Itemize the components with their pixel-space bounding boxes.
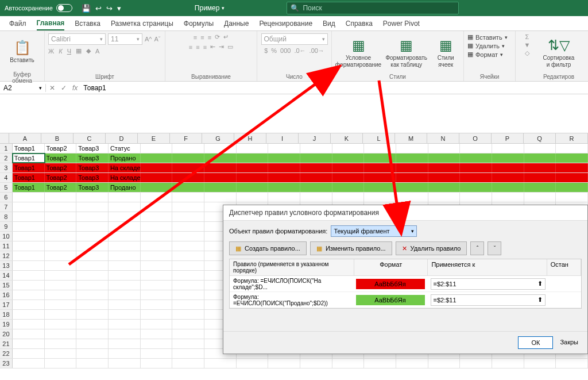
cell-O6[interactable] <box>460 193 492 202</box>
cell-F21[interactable] <box>172 339 204 348</box>
row-header-18[interactable]: 18 <box>0 310 13 319</box>
decrease-font-icon[interactable]: Aˇ <box>154 33 161 45</box>
cell-D3[interactable]: На складе <box>109 163 141 172</box>
cell-K2[interactable] <box>332 153 365 163</box>
cell-styles-button[interactable]: ▦ Стили ячеек <box>431 34 460 71</box>
cell-H2[interactable] <box>237 153 269 163</box>
cell-F22[interactable] <box>172 349 204 358</box>
cell-D13[interactable] <box>109 261 141 270</box>
cell-F3[interactable] <box>172 163 204 172</box>
cell-D1[interactable]: Статус <box>109 144 141 153</box>
bold-button[interactable]: Ж <box>48 47 54 55</box>
cell-K23[interactable] <box>332 359 365 368</box>
row-header-9[interactable]: 9 <box>0 222 13 231</box>
cell-E11[interactable] <box>141 241 173 251</box>
cell-C7[interactable] <box>76 202 109 212</box>
increase-font-icon[interactable]: A^ <box>145 33 152 45</box>
cell-I5[interactable] <box>268 183 300 192</box>
cell-E22[interactable] <box>141 349 173 358</box>
cell-C2[interactable]: Товар3 <box>76 153 109 163</box>
cell-I4[interactable] <box>268 173 300 182</box>
cell-A15[interactable] <box>13 281 45 290</box>
cell-F11[interactable] <box>172 241 204 251</box>
cell-A14[interactable] <box>13 271 45 280</box>
cell-B11[interactable] <box>45 241 77 251</box>
cell-E3[interactable] <box>141 163 173 172</box>
cell-N4[interactable] <box>428 173 461 182</box>
tab-справка[interactable]: Справка <box>346 17 373 30</box>
cell-F7[interactable] <box>172 202 204 212</box>
cell-D11[interactable] <box>109 241 141 251</box>
tab-power-pivot[interactable]: Power Pivot <box>383 17 420 30</box>
row-header-8[interactable]: 8 <box>0 212 13 221</box>
cell-J1[interactable] <box>300 144 332 153</box>
cell-P1[interactable] <box>492 144 524 153</box>
cell-E23[interactable] <box>141 359 173 368</box>
row-header-6[interactable]: 6 <box>0 193 13 202</box>
cell-M6[interactable] <box>396 193 428 202</box>
cell-R2[interactable] <box>556 153 588 163</box>
clear-icon[interactable]: ◇ <box>525 49 529 57</box>
cell-L5[interactable] <box>364 183 396 192</box>
cell-I6[interactable] <box>268 193 300 202</box>
cell-F2[interactable] <box>172 153 204 163</box>
row-header-10[interactable]: 10 <box>0 232 13 241</box>
cell-D16[interactable] <box>109 290 141 300</box>
cell-D12[interactable] <box>109 251 141 260</box>
cell-C5[interactable]: Товар3 <box>76 183 109 192</box>
cell-C11[interactable] <box>76 241 109 251</box>
cell-B21[interactable] <box>45 339 77 348</box>
cell-C3[interactable]: Товар3 <box>76 163 109 172</box>
cell-B3[interactable]: Товар2 <box>45 163 77 172</box>
cell-E18[interactable] <box>141 310 173 319</box>
cell-G6[interactable] <box>204 193 237 202</box>
column-header-M[interactable]: M <box>395 133 427 143</box>
cell-Q23[interactable] <box>524 359 556 368</box>
indent-inc-icon[interactable]: ⇥ <box>219 43 224 51</box>
cell-E1[interactable] <box>141 144 173 153</box>
cell-A7[interactable] <box>13 202 45 212</box>
cell-D21[interactable] <box>109 339 141 348</box>
comma-icon[interactable]: 000 <box>280 47 291 54</box>
currency-icon[interactable]: $ <box>264 47 268 54</box>
cell-M4[interactable] <box>396 173 428 182</box>
cell-F14[interactable] <box>172 271 204 280</box>
cell-R4[interactable] <box>556 173 588 182</box>
sort-filter-button[interactable]: ⇅▽ Сортировка и фильтр <box>542 34 575 71</box>
row-header-3[interactable]: 3 <box>0 163 13 172</box>
cell-C22[interactable] <box>76 349 109 358</box>
cell-A9[interactable] <box>13 222 45 231</box>
cell-B16[interactable] <box>45 290 77 300</box>
merge-button[interactable]: ▭ <box>227 43 233 51</box>
cell-R5[interactable] <box>556 183 588 192</box>
cell-E2[interactable] <box>141 153 173 163</box>
tab-файл[interactable]: Файл <box>9 17 26 30</box>
cell-M5[interactable] <box>396 183 428 192</box>
cell-J2[interactable] <box>300 153 332 163</box>
row-header-21[interactable]: 21 <box>0 339 13 348</box>
cell-F16[interactable] <box>172 290 204 300</box>
edit-rule-button[interactable]: ▦Изменить правило... <box>310 241 392 255</box>
qat-dropdown-icon[interactable]: ▾ <box>117 4 121 13</box>
cell-C15[interactable] <box>76 281 109 290</box>
column-header-J[interactable]: J <box>299 133 331 143</box>
tab-главная[interactable]: Главная <box>37 17 65 30</box>
cell-B22[interactable] <box>45 349 77 358</box>
cell-N2[interactable] <box>428 153 461 163</box>
cell-E9[interactable] <box>141 222 173 231</box>
column-header-D[interactable]: D <box>106 133 138 143</box>
cell-L6[interactable] <box>364 193 396 202</box>
cell-N5[interactable] <box>428 183 461 192</box>
cell-M3[interactable] <box>396 163 428 172</box>
cell-F15[interactable] <box>172 281 204 290</box>
cell-F5[interactable] <box>172 183 204 192</box>
cell-O3[interactable] <box>460 163 492 172</box>
row-header-7[interactable]: 7 <box>0 202 13 212</box>
cell-E20[interactable] <box>141 329 173 339</box>
cell-G2[interactable] <box>204 153 237 163</box>
column-header-E[interactable]: E <box>138 133 170 143</box>
cell-H4[interactable] <box>237 173 269 182</box>
cell-E19[interactable] <box>141 320 173 329</box>
cell-B14[interactable] <box>45 271 77 280</box>
row-header-5[interactable]: 5 <box>0 183 13 192</box>
